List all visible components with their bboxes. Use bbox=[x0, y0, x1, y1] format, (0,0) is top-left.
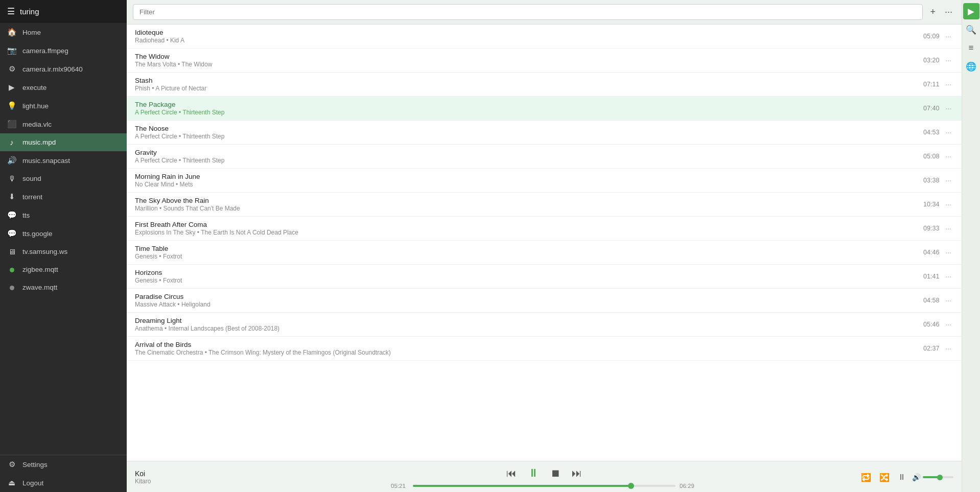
main-content: + ··· Idioteque Radiohead • Kid A 05:09 … bbox=[127, 0, 962, 492]
sidebar-item-home[interactable]: 🏠 Home bbox=[0, 23, 127, 41]
track-duration: 10:34 bbox=[923, 201, 939, 208]
next-button[interactable]: ⏭ bbox=[571, 466, 583, 480]
sidebar-item-torrent[interactable]: ⬇ torrent bbox=[0, 188, 127, 206]
track-row[interactable]: Gravity A Perfect Circle • Thirteenth St… bbox=[127, 145, 962, 169]
track-subtitle: Genesis • Foxtrot bbox=[135, 277, 923, 284]
track-more-button[interactable]: ··· bbox=[943, 295, 953, 306]
sound-icon: 🎙 bbox=[7, 174, 16, 183]
track-row[interactable]: Idioteque Radiohead • Kid A 05:09 ··· bbox=[127, 25, 962, 49]
rp-list-button[interactable]: ≡ bbox=[963, 40, 979, 56]
track-info: First Breath After Coma Explosions In Th… bbox=[135, 221, 923, 236]
sidebar-item-label: light.hue bbox=[22, 102, 49, 110]
track-subtitle: A Perfect Circle • Thirteenth Step bbox=[135, 133, 923, 140]
track-subtitle: Anathema • Internal Landscapes (Best of … bbox=[135, 325, 923, 332]
track-more-button[interactable]: ··· bbox=[943, 79, 953, 89]
sidebar-item-zigbee-mqtt[interactable]: zigbee.mqtt bbox=[0, 261, 127, 278]
tv-icon: 🖥 bbox=[7, 247, 16, 256]
track-title: First Breath After Coma bbox=[135, 221, 923, 228]
sidebar-item-sound[interactable]: 🎙 sound bbox=[0, 170, 127, 188]
pause-button[interactable]: ⏸ bbox=[527, 465, 540, 481]
track-info: Horizons Genesis • Foxtrot bbox=[135, 269, 923, 284]
track-row[interactable]: Arrival of the Birds The Cinematic Orche… bbox=[127, 337, 962, 361]
music-mpd-icon: ♪ bbox=[7, 138, 16, 147]
shuffle-button[interactable]: 🔀 bbox=[877, 472, 892, 483]
track-title: The Noose bbox=[135, 125, 923, 132]
sidebar-item-camera-ffmpeg[interactable]: 📷 camera.ffmpeg bbox=[0, 41, 127, 60]
sidebar-item-tv-samsung[interactable]: 🖥 tv.samsung.ws bbox=[0, 243, 127, 261]
sidebar-item-camera-ir[interactable]: ⚙ camera.ir.mlx90640 bbox=[0, 60, 127, 78]
track-duration: 03:20 bbox=[923, 57, 939, 64]
track-title: The Sky Above the Rain bbox=[135, 197, 923, 204]
track-more-button[interactable]: ··· bbox=[943, 31, 953, 41]
hamburger-icon[interactable]: ☰ bbox=[7, 6, 15, 17]
filter-input[interactable] bbox=[133, 4, 923, 20]
track-row[interactable]: The Package A Perfect Circle • Thirteent… bbox=[127, 97, 962, 121]
track-subtitle: Explosions In The Sky • The Earth Is Not… bbox=[135, 229, 923, 236]
track-more-button[interactable]: ··· bbox=[943, 343, 953, 354]
track-row[interactable]: Stash Phish • A Picture of Nectar 07:11 … bbox=[127, 73, 962, 97]
track-title: Idioteque bbox=[135, 29, 923, 36]
rp-search-button[interactable]: 🔍 bbox=[963, 21, 979, 38]
track-more-button[interactable]: ··· bbox=[943, 127, 953, 137]
track-row[interactable]: The Sky Above the Rain Marillion • Sound… bbox=[127, 193, 962, 217]
volume-thumb bbox=[937, 475, 943, 480]
prev-button[interactable]: ⏮ bbox=[505, 466, 518, 480]
sidebar-item-execute[interactable]: ▶ execute bbox=[0, 78, 127, 97]
sidebar-item-music-mpd[interactable]: ♪ music.mpd bbox=[0, 133, 127, 151]
rp-play-button[interactable]: ▶ bbox=[963, 3, 979, 19]
track-more-button[interactable]: ··· bbox=[943, 271, 953, 282]
player-controls: Koi Kitaro ⏮ ⏸ ⏹ ⏭ 05:21 06:29 bbox=[135, 465, 953, 489]
track-subtitle: Radiohead • Kid A bbox=[135, 37, 923, 44]
track-info: Paradise Circus Massive Attack • Heligol… bbox=[135, 293, 923, 308]
track-more-button[interactable]: ··· bbox=[943, 319, 953, 330]
track-row[interactable]: Paradise Circus Massive Attack • Heligol… bbox=[127, 289, 962, 313]
execute-icon: ▶ bbox=[7, 83, 16, 92]
sidebar-item-music-snapcast[interactable]: 🔊 music.snapcast bbox=[0, 151, 127, 170]
track-row[interactable]: Morning Rain in June No Clear Mind • Met… bbox=[127, 169, 962, 193]
sidebar: ☰ turing 🏠 Home 📷 camera.ffmpeg ⚙ camera… bbox=[0, 0, 127, 492]
track-title: The Widow bbox=[135, 53, 923, 60]
sidebar-item-label: zwave.mqtt bbox=[22, 284, 57, 291]
track-more-button[interactable]: ··· bbox=[943, 103, 953, 113]
torrent-icon: ⬇ bbox=[7, 192, 16, 201]
track-row[interactable]: First Breath After Coma Explosions In Th… bbox=[127, 217, 962, 241]
track-row[interactable]: Dreaming Light Anathema • Internal Lands… bbox=[127, 313, 962, 337]
repeat-button[interactable]: 🔁 bbox=[859, 472, 873, 483]
volume-bar[interactable] bbox=[923, 476, 953, 478]
track-more-button[interactable]: ··· bbox=[943, 247, 953, 257]
track-row[interactable]: The Noose A Perfect Circle • Thirteenth … bbox=[127, 121, 962, 145]
sidebar-item-label: torrent bbox=[22, 193, 42, 201]
sidebar-item-tts-google[interactable]: 💬 tts.google bbox=[0, 224, 127, 243]
track-row[interactable]: The Widow The Mars Volta • The Widow 03:… bbox=[127, 49, 962, 73]
sidebar-item-settings[interactable]: ⚙ Settings bbox=[0, 455, 127, 474]
track-title: Arrival of the Birds bbox=[135, 341, 923, 348]
track-info: Arrival of the Birds The Cinematic Orche… bbox=[135, 341, 923, 356]
sidebar-item-label: music.mpd bbox=[22, 138, 56, 146]
track-more-button[interactable]: ··· bbox=[943, 151, 953, 161]
track-subtitle: No Clear Mind • Mets bbox=[135, 181, 923, 188]
progress-bar[interactable] bbox=[413, 485, 675, 487]
track-info: Stash Phish • A Picture of Nectar bbox=[135, 77, 923, 92]
track-row[interactable]: Time Table Genesis • Foxtrot 04:46 ··· bbox=[127, 241, 962, 265]
add-button[interactable]: + bbox=[927, 5, 939, 19]
stop-button[interactable]: ⏹ bbox=[549, 466, 562, 480]
sidebar-item-media-vlc[interactable]: ⬛ media.vlc bbox=[0, 115, 127, 133]
track-more-button[interactable]: ··· bbox=[943, 223, 953, 233]
track-row[interactable]: Horizons Genesis • Foxtrot 01:41 ··· bbox=[127, 265, 962, 289]
sidebar-item-tts[interactable]: 💬 tts bbox=[0, 206, 127, 224]
queue-button[interactable]: ⏸ bbox=[896, 472, 908, 483]
sidebar-item-logout[interactable]: ⏏ Logout bbox=[0, 474, 127, 492]
sidebar-item-light-hue[interactable]: 💡 light.hue bbox=[0, 97, 127, 115]
sidebar-item-label: camera.ir.mlx90640 bbox=[22, 65, 83, 73]
rp-globe-button[interactable]: 🌐 bbox=[963, 58, 979, 75]
track-duration: 07:40 bbox=[923, 105, 939, 112]
app-title: turing bbox=[20, 7, 39, 16]
track-more-button[interactable]: ··· bbox=[943, 199, 953, 209]
controls-right: 🔁 🔀 ⏸ 🔊 bbox=[851, 472, 953, 483]
track-info: Idioteque Radiohead • Kid A bbox=[135, 29, 923, 44]
track-more-button[interactable]: ··· bbox=[943, 55, 953, 65]
volume-control: 🔊 bbox=[912, 473, 953, 481]
track-more-button[interactable]: ··· bbox=[943, 175, 953, 185]
sidebar-item-zwave-mqtt[interactable]: zwave.mqtt bbox=[0, 278, 127, 296]
more-button[interactable]: ··· bbox=[942, 5, 955, 19]
